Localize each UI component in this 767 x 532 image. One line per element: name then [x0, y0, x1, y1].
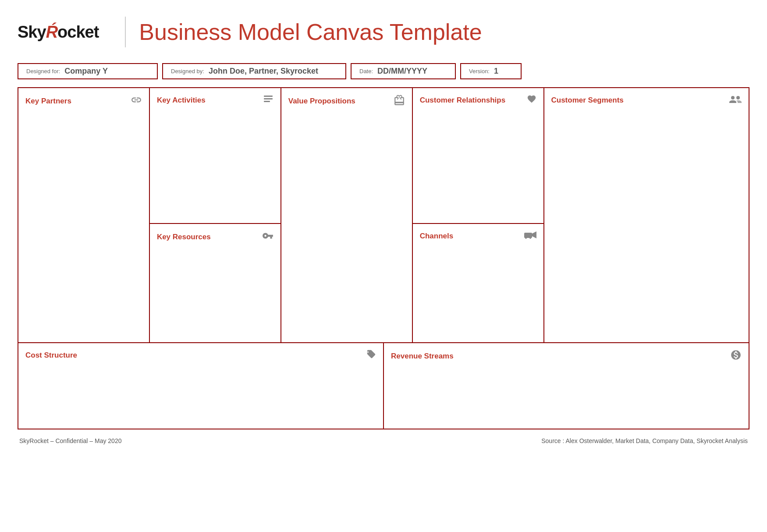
version-label: Version: [469, 68, 490, 74]
logo: SkyŔocket [18, 23, 99, 42]
header-divider [125, 17, 126, 47]
key-partners-title: Key Partners [25, 97, 71, 106]
channels-title: Channels [420, 232, 454, 241]
key-resources-header: Key Resources [157, 230, 273, 244]
value-propositions-icon [394, 94, 405, 108]
cost-structure-title: Cost Structure [25, 351, 77, 360]
date-box: Date: DD/MM/YYYY [351, 63, 456, 79]
designed-by-label: Designed by: [171, 68, 204, 74]
svg-rect-1 [264, 98, 273, 99]
revenue-streams-title: Revenue Streams [391, 352, 454, 361]
footer-left: SkyRocket – Confidential – May 2020 [19, 437, 121, 444]
key-activities-cell: Key Activities [150, 88, 281, 224]
canvas-lower-row: Cost Structure Revenue Streams [18, 343, 749, 429]
svg-point-7 [731, 96, 735, 99]
footer: SkyRocket – Confidential – May 2020 Sour… [18, 437, 749, 444]
canvas-upper-row: Key Partners Key Activities [18, 88, 749, 343]
version-value: 1 [494, 67, 498, 76]
svg-point-8 [736, 96, 740, 99]
relationships-channels-col: Customer Relationships Channels [413, 88, 544, 342]
customer-relationships-title: Customer Relationships [420, 96, 506, 105]
revenue-streams-cell: Revenue Streams [384, 343, 749, 429]
svg-rect-5 [525, 237, 527, 239]
key-partners-cell: Key Partners [18, 88, 150, 342]
canvas: Key Partners Key Activities [18, 87, 749, 429]
header: SkyŔocket Business Model Canvas Templat… [18, 9, 749, 55]
svg-rect-2 [264, 101, 270, 102]
canvas-wrapper: Key Partners Key Activities [18, 87, 749, 429]
key-activities-title: Key Activities [157, 96, 206, 105]
svg-rect-0 [264, 96, 273, 97]
cost-structure-icon [366, 349, 376, 362]
customer-segments-header: Customer Segments [551, 94, 742, 106]
designed-by-box: Designed by: John Doe, Partner, Skyrocke… [162, 63, 346, 79]
date-label: Date: [359, 68, 373, 74]
key-activities-header: Key Activities [157, 94, 273, 106]
customer-segments-title: Customer Segments [551, 96, 624, 105]
key-resources-cell: Key Resources [150, 224, 281, 342]
svg-rect-6 [529, 237, 531, 239]
channels-cell: Channels [413, 224, 543, 342]
page-title: Business Model Canvas Template [139, 19, 482, 45]
footer-right: Source : Alex Osterwalder, Market Data, … [541, 437, 748, 444]
value-propositions-cell: Value Propositions [281, 88, 413, 342]
value-propositions-header: Value Propositions [288, 94, 405, 108]
key-partners-icon [131, 94, 142, 108]
customer-relationships-cell: Customer Relationships [413, 88, 543, 224]
key-partners-header: Key Partners [25, 94, 142, 108]
customer-relationships-icon [527, 94, 536, 106]
version-box: Version: 1 [460, 63, 522, 79]
svg-marker-4 [532, 231, 536, 238]
cost-structure-cell: Cost Structure [18, 343, 384, 429]
key-activities-icon [263, 94, 273, 106]
activities-resources-col: Key Activities Key Resources [150, 88, 281, 342]
designed-for-value: Company Y [64, 67, 108, 76]
designed-for-label: Designed for: [26, 68, 60, 74]
designed-by-value: John Doe, Partner, Skyrocket [209, 67, 318, 76]
key-resources-icon [262, 230, 273, 244]
logo-sky-text: Sky [18, 23, 46, 42]
channels-header: Channels [420, 230, 536, 242]
customer-segments-cell: Customer Segments [544, 88, 749, 342]
key-resources-title: Key Resources [157, 233, 211, 241]
meta-row: Designed for: Company Y Designed by: Joh… [18, 63, 749, 79]
cost-structure-header: Cost Structure [25, 349, 376, 362]
svg-rect-3 [524, 233, 532, 238]
channels-icon [524, 230, 536, 242]
revenue-streams-icon [730, 349, 742, 363]
designed-for-box: Designed for: Company Y [18, 63, 158, 79]
revenue-streams-header: Revenue Streams [391, 349, 742, 363]
logo-rocket-text: ocket [57, 23, 99, 42]
customer-relationships-header: Customer Relationships [420, 94, 536, 106]
customer-segments-icon [728, 94, 742, 106]
value-propositions-title: Value Propositions [288, 97, 355, 106]
logo-r-text: Ŕ [46, 23, 57, 42]
date-value: DD/MM/YYYY [377, 67, 427, 76]
